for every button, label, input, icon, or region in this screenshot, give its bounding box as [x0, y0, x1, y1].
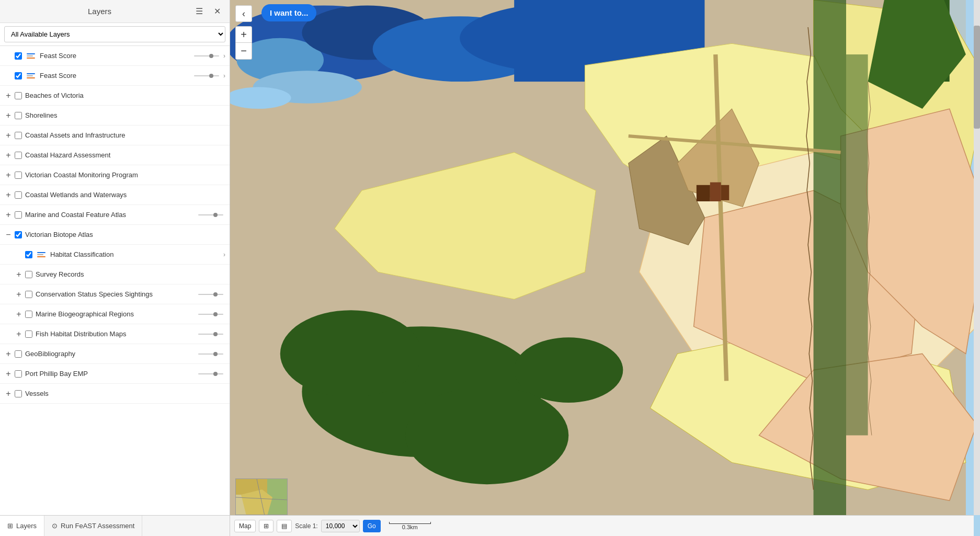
layer-checkbox-habitat-classification[interactable] — [25, 251, 32, 258]
layer-item-conservation-status: +Conservation Status Species Sightings — [0, 284, 230, 304]
layer-checkbox-feast-score-1[interactable] — [15, 52, 22, 60]
scale-bar-label: 0.3km — [402, 524, 418, 530]
layer-checkbox-feast-score-2[interactable] — [15, 72, 22, 79]
map-canvas[interactable] — [230, 0, 980, 536]
grid-button[interactable]: ⊞ — [259, 520, 274, 532]
layer-name-survey-records: Survey Records — [36, 270, 225, 278]
layer-opacity-slider-fish-habitat[interactable] — [198, 331, 223, 337]
layer-list: Feast Score›Feast Score›+Beaches of Vict… — [0, 46, 230, 515]
layer-name-conservation-status: Conservation Status Species Sightings — [36, 290, 198, 298]
layer-expand-fish-habitat[interactable]: + — [15, 330, 23, 338]
layer-checkbox-coastal-wetlands[interactable] — [15, 191, 22, 199]
layer-name-victorian-biotope: Victorian Biotope Atlas — [25, 231, 225, 238]
layer-expand-beaches-victoria[interactable]: + — [4, 92, 13, 100]
map-bottom-bar: Map ⊞ ▤ Scale 1: 1,000 5,000 10,000 25,0… — [230, 515, 974, 536]
layer-item-fish-habitat: +Fish Habitat Distribution Maps — [0, 324, 230, 344]
layer-name-feast-score-1: Feast Score — [40, 52, 194, 60]
layer-opacity-slider-feast-score-1[interactable] — [194, 53, 219, 59]
go-button[interactable]: Go — [363, 520, 381, 532]
svg-point-20 — [280, 310, 422, 397]
layer-checkbox-fish-habitat[interactable] — [25, 330, 32, 338]
feast-bottom-tab[interactable]: ⊙ Run FeAST Assessment — [44, 516, 142, 536]
layer-expand-survey-records[interactable]: + — [15, 270, 23, 279]
layer-checkbox-victorian-biotope[interactable] — [15, 231, 22, 238]
layer-checkbox-shorelines[interactable] — [15, 112, 22, 119]
layer-expand-marine-biogeographical[interactable]: + — [15, 310, 23, 318]
layer-name-geobibliography: GeoBibliography — [25, 350, 198, 358]
layer-expand-coastal-hazard[interactable]: + — [4, 151, 13, 159]
layer-icon-feast-score-1 — [25, 50, 37, 62]
layer-checkbox-marine-biogeographical[interactable] — [25, 311, 32, 318]
layer-opacity-slider-marine-coastal[interactable] — [198, 212, 223, 218]
sidebar-header-icons: ☰ ✕ — [193, 5, 223, 18]
layer-checkbox-conservation-status[interactable] — [25, 291, 32, 298]
layer-checkbox-vessels[interactable] — [15, 390, 22, 397]
layer-name-coastal-wetlands: Coastal Wetlands and Waterways — [25, 191, 225, 199]
map-area: ‹ + − I want to... — [230, 0, 980, 536]
layer-checkbox-coastal-hazard[interactable] — [15, 152, 22, 159]
layer-opacity-slider-conservation-status[interactable] — [198, 291, 223, 298]
layer-expand-victorian-coastal[interactable]: + — [4, 171, 13, 179]
layer-item-coastal-hazard: +Coastal Hazard Assessment — [0, 145, 230, 165]
layer-opacity-slider-port-phillip[interactable] — [198, 371, 223, 377]
sidebar-header: Layers ☰ ✕ — [0, 0, 230, 23]
layer-collapse-victorian-biotope[interactable]: − — [4, 231, 13, 239]
layer-expand-arrow-feast-score-2[interactable]: › — [223, 72, 225, 79]
layer-opacity-slider-geobibliography[interactable] — [198, 351, 223, 357]
layer-checkbox-marine-coastal[interactable] — [15, 211, 22, 219]
feast-tab-label: Run FeAST Assessment — [61, 522, 134, 530]
layer-item-feast-score-1: Feast Score› — [0, 46, 230, 66]
mini-map[interactable] — [235, 478, 288, 515]
zoom-in-button[interactable]: + — [235, 26, 252, 43]
layer-name-vessels: Vessels — [25, 390, 225, 397]
map-button[interactable]: Map — [234, 520, 256, 532]
layers-bottom-tab[interactable]: ⊞ Layers — [0, 516, 44, 536]
sidebar-title: Layers — [6, 7, 193, 16]
layer-expand-arrow-habitat-classification[interactable]: › — [223, 251, 225, 258]
layer-expand-coastal-wetlands[interactable]: + — [4, 191, 13, 199]
layer-icon-feast-score-2 — [25, 70, 37, 82]
layer-expand-arrow-feast-score-1[interactable]: › — [223, 52, 225, 60]
layer-name-feast-score-2: Feast Score — [40, 72, 194, 79]
layer-name-marine-coastal: Marine and Coastal Feature Atlas — [25, 211, 198, 219]
layer-checkbox-victorian-coastal[interactable] — [15, 172, 22, 179]
table-button[interactable]: ▤ — [277, 520, 292, 532]
svg-rect-33 — [721, 185, 730, 200]
layer-expand-shorelines[interactable]: + — [4, 111, 13, 120]
close-icon[interactable]: ✕ — [211, 5, 223, 18]
layer-checkbox-geobibliography[interactable] — [15, 350, 22, 358]
layers-tab-label: Layers — [16, 522, 37, 530]
layer-toggle-spacer-feast-score-1 — [4, 52, 13, 60]
svg-rect-32 — [710, 183, 721, 201]
layer-expand-conservation-status[interactable]: + — [15, 290, 23, 299]
layer-checkbox-port-phillip[interactable] — [15, 370, 22, 378]
zoom-out-button[interactable]: − — [235, 43, 252, 60]
layer-expand-vessels[interactable]: + — [4, 390, 13, 398]
layer-expand-port-phillip[interactable]: + — [4, 370, 13, 378]
hamburger-icon[interactable]: ☰ — [193, 5, 206, 18]
layer-icon-habitat-classification — [36, 249, 47, 260]
layer-checkbox-coastal-assets[interactable] — [15, 132, 22, 139]
layer-item-coastal-assets: +Coastal Assets and Infrastructure — [0, 126, 230, 145]
layer-name-port-phillip: Port Phillip Bay EMP — [25, 370, 198, 378]
layer-item-vessels: +Vessels — [0, 384, 230, 404]
layer-opacity-slider-feast-score-2[interactable] — [194, 73, 219, 79]
layer-name-fish-habitat: Fish Habitat Distribution Maps — [36, 330, 198, 338]
layer-item-shorelines: +Shorelines — [0, 106, 230, 126]
layer-filter-dropdown[interactable]: All Available LayersActive LayersBase La… — [4, 26, 225, 42]
layer-checkbox-beaches-victoria[interactable] — [15, 92, 22, 99]
layer-opacity-slider-marine-biogeographical[interactable] — [198, 311, 223, 317]
layer-expand-geobibliography[interactable]: + — [4, 350, 13, 358]
layer-expand-coastal-assets[interactable]: + — [4, 131, 13, 140]
svg-point-22 — [514, 337, 623, 403]
i-want-to-button[interactable]: I want to... — [261, 4, 316, 21]
layer-item-port-phillip: +Port Phillip Bay EMP — [0, 364, 230, 384]
map-back-button[interactable]: ‹ — [235, 5, 252, 22]
layer-checkbox-survey-records[interactable] — [25, 271, 32, 278]
map-scrollbar-vertical[interactable] — [974, 0, 980, 515]
layer-item-coastal-wetlands: +Coastal Wetlands and Waterways — [0, 185, 230, 205]
scale-select[interactable]: 1,000 5,000 10,000 25,000 50,000 100,000 — [321, 520, 360, 532]
layer-expand-marine-coastal[interactable]: + — [4, 211, 13, 219]
map-scrollbar-thumb[interactable] — [974, 26, 980, 129]
scale-label: Scale 1: — [295, 522, 317, 530]
